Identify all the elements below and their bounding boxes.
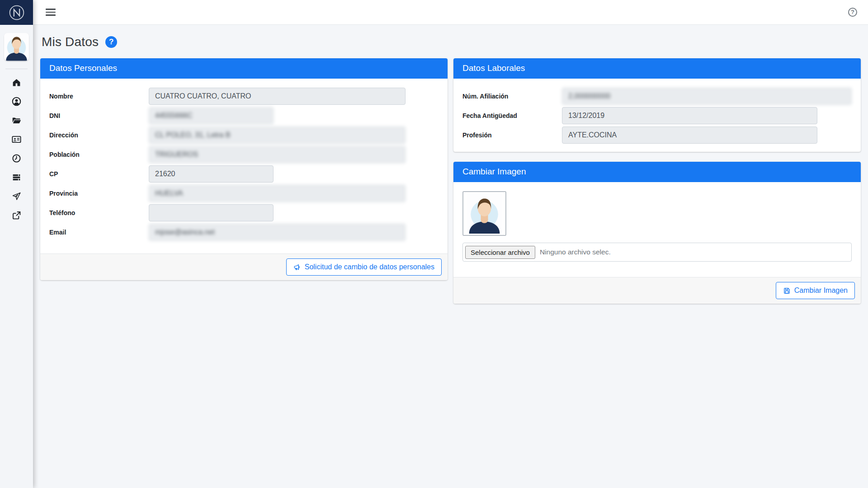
cambiar-imagen-body: Seleccionar archivo Ninguno archivo sele… bbox=[453, 182, 861, 277]
sidebar-item-documents[interactable] bbox=[7, 111, 27, 130]
sidebar-item-home[interactable] bbox=[7, 73, 27, 92]
field-label: Fecha Antigüedad bbox=[462, 112, 562, 119]
sidebar-user-avatar[interactable] bbox=[4, 33, 29, 61]
field-label: Dirección bbox=[49, 131, 149, 139]
user-circle-icon bbox=[12, 97, 21, 106]
page-title: Mis Datos bbox=[42, 35, 99, 49]
profesion-input[interactable]: AYTE.COCINA bbox=[562, 127, 817, 144]
field-row-dni: DNI 44555666C bbox=[49, 107, 439, 124]
file-input[interactable]: Seleccionar archivo Ninguno archivo sele… bbox=[462, 243, 852, 262]
sidebar-item-exit[interactable] bbox=[7, 206, 27, 225]
datos-laborales-card: Datos Laborales Núm. Afiliación 2,000000… bbox=[453, 58, 861, 152]
field-label: Email bbox=[49, 229, 149, 236]
datos-personales-card: Datos Personales Nombre CUATRO CUATRO, C… bbox=[40, 58, 448, 280]
afiliacion-input: 2,000000000 bbox=[562, 88, 852, 105]
cambiar-imagen-footer: Cambiar Imagen bbox=[453, 277, 861, 304]
file-status-text: Ninguno archivo selec. bbox=[540, 248, 611, 256]
datos-personales-body: Nombre CUATRO CUATRO, CUATRO DNI 4455566… bbox=[40, 79, 448, 253]
sidebar-item-profile[interactable] bbox=[7, 92, 27, 111]
sidebar bbox=[0, 0, 33, 488]
field-row-telefono: Teléfono bbox=[49, 204, 439, 221]
sidebar-item-list[interactable] bbox=[7, 168, 27, 187]
cp-input[interactable]: 21620 bbox=[149, 165, 274, 183]
seleccionar-archivo-button[interactable]: Seleccionar archivo bbox=[465, 246, 535, 259]
field-label: Profesión bbox=[462, 131, 562, 139]
cambiar-imagen-label: Cambiar Imagen bbox=[794, 286, 848, 295]
sidebar-nav bbox=[7, 73, 27, 225]
current-user-photo bbox=[462, 191, 506, 236]
field-row-antiguedad: Fecha Antigüedad 13/12/2019 bbox=[462, 107, 852, 124]
antiguedad-input[interactable]: 13/12/2019 bbox=[562, 107, 817, 124]
telefono-input[interactable] bbox=[149, 204, 274, 221]
save-icon bbox=[783, 287, 791, 295]
menu-toggle-button[interactable] bbox=[46, 7, 56, 18]
main-column: ? Mis Datos ? Datos Personales Nombre CU… bbox=[33, 0, 868, 488]
field-label: Nombre bbox=[49, 93, 149, 100]
external-link-icon bbox=[12, 211, 21, 220]
logo-n-icon bbox=[6, 2, 27, 23]
tasks-icon bbox=[12, 173, 21, 182]
field-label: CP bbox=[49, 170, 149, 178]
field-label: Núm. Afiliación bbox=[462, 93, 562, 100]
cambiar-imagen-button[interactable]: Cambiar Imagen bbox=[776, 282, 855, 299]
datos-personales-footer: Solicitud de cambio de datos personales bbox=[40, 253, 448, 280]
field-label: Población bbox=[49, 151, 149, 158]
sidebar-item-schedule[interactable] bbox=[7, 149, 27, 168]
home-icon bbox=[12, 78, 21, 87]
field-label: DNI bbox=[49, 112, 149, 119]
field-row-profesion: Profesión AYTE.COCINA bbox=[462, 127, 852, 144]
help-icon[interactable]: ? bbox=[848, 8, 857, 17]
email-input: mjose@asinca.net bbox=[149, 224, 406, 241]
folder-open-icon bbox=[12, 116, 21, 125]
cambiar-imagen-header: Cambiar Imagen bbox=[453, 162, 861, 182]
field-row-poblacion: Población TRIGUEROS bbox=[49, 146, 439, 163]
cambiar-imagen-card: Cambiar Imagen Seleccionar archivo Ningu… bbox=[453, 162, 861, 304]
field-label: Provincia bbox=[49, 190, 149, 197]
content-columns: Datos Personales Nombre CUATRO CUATRO, C… bbox=[40, 58, 861, 304]
field-row-cp: CP 21620 bbox=[49, 165, 439, 183]
field-row-provincia: Provincia HUELVA bbox=[49, 185, 439, 202]
direccion-input: CL POLEO, 31, Letra B bbox=[149, 127, 406, 144]
solicitud-cambio-button[interactable]: Solicitud de cambio de datos personales bbox=[286, 258, 442, 276]
bullhorn-icon bbox=[293, 263, 301, 271]
datos-personales-header: Datos Personales bbox=[40, 58, 448, 79]
dni-input: 44555666C bbox=[149, 107, 274, 124]
field-row-afiliacion: Núm. Afiliación 2,000000000 bbox=[462, 88, 852, 105]
solicitud-cambio-label: Solicitud de cambio de datos personales bbox=[305, 263, 434, 271]
hamburger-icon bbox=[46, 9, 56, 10]
poblacion-input: TRIGUEROS bbox=[149, 146, 406, 163]
page-help-icon[interactable]: ? bbox=[105, 36, 117, 48]
field-row-nombre: Nombre CUATRO CUATRO, CUATRO bbox=[49, 88, 439, 105]
sidebar-item-send[interactable] bbox=[7, 187, 27, 206]
brand-logo[interactable] bbox=[0, 0, 33, 25]
field-label: Teléfono bbox=[49, 209, 149, 216]
page-head: Mis Datos ? bbox=[42, 35, 861, 49]
topbar: ? bbox=[33, 0, 868, 25]
datos-laborales-header: Datos Laborales bbox=[453, 58, 861, 79]
app-root: ? Mis Datos ? Datos Personales Nombre CU… bbox=[0, 0, 868, 488]
page-content: Mis Datos ? Datos Personales Nombre CUAT… bbox=[33, 25, 868, 304]
id-card-icon bbox=[12, 135, 21, 144]
right-column: Datos Laborales Núm. Afiliación 2,000000… bbox=[453, 58, 861, 304]
field-row-direccion: Dirección CL POLEO, 31, Letra B bbox=[49, 127, 439, 144]
sidebar-item-card[interactable] bbox=[7, 130, 27, 149]
datos-laborales-body: Núm. Afiliación 2,000000000 Fecha Antigü… bbox=[453, 79, 861, 152]
paper-plane-icon bbox=[12, 192, 21, 201]
clock-icon bbox=[12, 154, 21, 163]
provincia-input: HUELVA bbox=[149, 185, 406, 202]
nombre-input[interactable]: CUATRO CUATRO, CUATRO bbox=[149, 88, 406, 105]
sidebar-divider bbox=[5, 69, 28, 69]
field-row-email: Email mjose@asinca.net bbox=[49, 224, 439, 241]
